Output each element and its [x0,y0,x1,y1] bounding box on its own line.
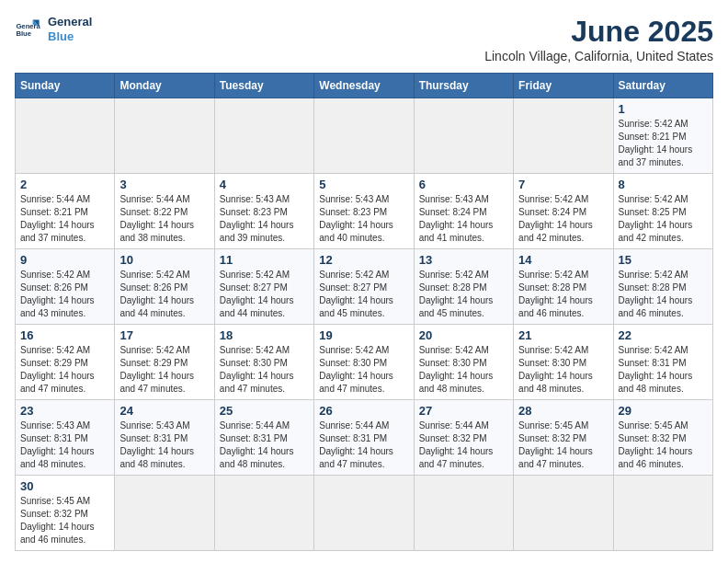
day-number: 28 [518,404,608,418]
day-info: Sunrise: 5:42 AMSunset: 8:30 PMDaylight:… [419,344,508,396]
day-info: Sunrise: 5:43 AMSunset: 8:24 PMDaylight:… [419,193,508,245]
calendar-cell: 26Sunrise: 5:44 AMSunset: 8:31 PMDayligh… [314,400,414,476]
calendar-cell: 11Sunrise: 5:42 AMSunset: 8:27 PMDayligh… [214,249,313,325]
calendar-cell [414,98,513,174]
calendar-cell: 3Sunrise: 5:44 AMSunset: 8:22 PMDaylight… [115,174,214,249]
calendar-cell: 28Sunrise: 5:45 AMSunset: 8:32 PMDayligh… [514,400,613,476]
day-info: Sunrise: 5:42 AMSunset: 8:28 PMDaylight:… [619,269,708,320]
calendar-cell: 19Sunrise: 5:42 AMSunset: 8:30 PMDayligh… [314,325,414,400]
day-number: 5 [319,178,408,191]
day-info: Sunrise: 5:44 AMSunset: 8:22 PMDaylight:… [119,193,209,245]
title-section: June 2025 Lincoln Village, California, U… [484,15,713,63]
calendar-cell: 7Sunrise: 5:42 AMSunset: 8:24 PMDaylight… [514,174,613,249]
calendar-cell [115,476,214,551]
day-info: Sunrise: 5:42 AMSunset: 8:29 PMDaylight:… [119,344,209,396]
calendar-week-2: 2Sunrise: 5:44 AMSunset: 8:21 PMDaylight… [16,174,713,249]
calendar-cell: 9Sunrise: 5:42 AMSunset: 8:26 PMDaylight… [16,249,115,325]
calendar-cell: 13Sunrise: 5:42 AMSunset: 8:28 PMDayligh… [414,249,513,325]
header: General Blue General Blue General Blue J… [15,15,713,63]
calendar-cell: 8Sunrise: 5:42 AMSunset: 8:25 PMDaylight… [613,174,712,249]
day-number: 26 [319,404,408,418]
calendar-cell: 27Sunrise: 5:44 AMSunset: 8:32 PMDayligh… [414,400,513,476]
header-thursday: Thursday [414,74,513,98]
day-number: 20 [419,328,508,342]
day-number: 10 [119,253,209,267]
day-info: Sunrise: 5:42 AMSunset: 8:26 PMDaylight:… [119,269,209,320]
calendar-cell [214,476,313,551]
day-info: Sunrise: 5:42 AMSunset: 8:29 PMDaylight:… [20,344,109,396]
calendar-table: SundayMondayTuesdayWednesdayThursdayFrid… [15,73,713,551]
day-number: 17 [119,328,209,342]
day-info: Sunrise: 5:42 AMSunset: 8:30 PMDaylight:… [319,344,408,396]
calendar-subtitle: Lincoln Village, California, United Stat… [484,49,713,63]
day-number: 13 [419,253,508,267]
day-info: Sunrise: 5:42 AMSunset: 8:30 PMDaylight:… [220,344,309,396]
day-info: Sunrise: 5:44 AMSunset: 8:21 PMDaylight:… [20,193,109,245]
calendar-cell [414,476,513,551]
calendar-cell: 23Sunrise: 5:43 AMSunset: 8:31 PMDayligh… [16,400,115,476]
header-saturday: Saturday [613,74,712,98]
day-info: Sunrise: 5:45 AMSunset: 8:32 PMDaylight:… [619,419,708,471]
calendar-week-5: 23Sunrise: 5:43 AMSunset: 8:31 PMDayligh… [16,400,713,476]
calendar-cell: 22Sunrise: 5:42 AMSunset: 8:31 PMDayligh… [613,325,712,400]
calendar-title: June 2025 [484,15,713,49]
day-number: 7 [518,178,608,191]
calendar-cell [115,98,214,174]
calendar-cell: 10Sunrise: 5:42 AMSunset: 8:26 PMDayligh… [115,249,214,325]
calendar-week-6: 30Sunrise: 5:45 AMSunset: 8:32 PMDayligh… [16,476,713,551]
day-info: Sunrise: 5:45 AMSunset: 8:32 PMDaylight:… [518,419,608,471]
calendar-cell: 25Sunrise: 5:44 AMSunset: 8:31 PMDayligh… [214,400,313,476]
day-number: 9 [20,253,109,267]
day-number: 11 [220,253,309,267]
day-info: Sunrise: 5:43 AMSunset: 8:23 PMDaylight:… [220,193,309,245]
day-number: 15 [619,253,708,267]
day-info: Sunrise: 5:42 AMSunset: 8:24 PMDaylight:… [518,193,608,245]
day-number: 22 [619,328,708,342]
day-number: 21 [518,328,608,342]
calendar-cell [514,476,613,551]
day-number: 18 [220,328,309,342]
calendar-cell [613,476,712,551]
header-friday: Friday [514,74,613,98]
calendar-cell: 16Sunrise: 5:42 AMSunset: 8:29 PMDayligh… [16,325,115,400]
calendar-cell: 18Sunrise: 5:42 AMSunset: 8:30 PMDayligh… [214,325,313,400]
day-info: Sunrise: 5:44 AMSunset: 8:31 PMDaylight:… [319,419,408,471]
calendar-cell: 5Sunrise: 5:43 AMSunset: 8:23 PMDaylight… [314,174,414,249]
day-info: Sunrise: 5:42 AMSunset: 8:31 PMDaylight:… [619,344,708,396]
calendar-cell: 21Sunrise: 5:42 AMSunset: 8:30 PMDayligh… [514,325,613,400]
day-number: 6 [419,178,508,191]
logo-blue: Blue [48,29,92,44]
calendar-cell [314,476,414,551]
calendar-header-row: SundayMondayTuesdayWednesdayThursdayFrid… [16,74,713,98]
calendar-cell: 24Sunrise: 5:43 AMSunset: 8:31 PMDayligh… [115,400,214,476]
day-info: Sunrise: 5:42 AMSunset: 8:30 PMDaylight:… [518,344,608,396]
day-info: Sunrise: 5:42 AMSunset: 8:28 PMDaylight:… [419,269,508,320]
calendar-cell: 4Sunrise: 5:43 AMSunset: 8:23 PMDaylight… [214,174,313,249]
calendar-cell [514,98,613,174]
day-number: 27 [419,404,508,418]
day-info: Sunrise: 5:45 AMSunset: 8:32 PMDaylight:… [20,495,109,546]
day-info: Sunrise: 5:42 AMSunset: 8:26 PMDaylight:… [20,269,109,320]
day-number: 24 [119,404,209,418]
calendar-cell [314,98,414,174]
day-info: Sunrise: 5:44 AMSunset: 8:31 PMDaylight:… [220,419,309,471]
calendar-cell: 1Sunrise: 5:42 AMSunset: 8:21 PMDaylight… [613,98,712,174]
header-wednesday: Wednesday [314,74,414,98]
day-number: 4 [220,178,309,191]
day-number: 30 [20,479,109,493]
day-number: 16 [20,328,109,342]
logo-general: General [48,15,92,29]
day-info: Sunrise: 5:42 AMSunset: 8:21 PMDaylight:… [619,118,708,169]
header-sunday: Sunday [16,74,115,98]
header-monday: Monday [115,74,214,98]
calendar-cell: 14Sunrise: 5:42 AMSunset: 8:28 PMDayligh… [514,249,613,325]
calendar-cell: 12Sunrise: 5:42 AMSunset: 8:27 PMDayligh… [314,249,414,325]
calendar-cell: 15Sunrise: 5:42 AMSunset: 8:28 PMDayligh… [613,249,712,325]
day-info: Sunrise: 5:43 AMSunset: 8:23 PMDaylight:… [319,193,408,245]
calendar-cell: 20Sunrise: 5:42 AMSunset: 8:30 PMDayligh… [414,325,513,400]
calendar-cell [214,98,313,174]
day-number: 1 [619,102,708,116]
day-info: Sunrise: 5:44 AMSunset: 8:32 PMDaylight:… [419,419,508,471]
day-info: Sunrise: 5:43 AMSunset: 8:31 PMDaylight:… [119,419,209,471]
calendar-week-1: 1Sunrise: 5:42 AMSunset: 8:21 PMDaylight… [16,98,713,174]
